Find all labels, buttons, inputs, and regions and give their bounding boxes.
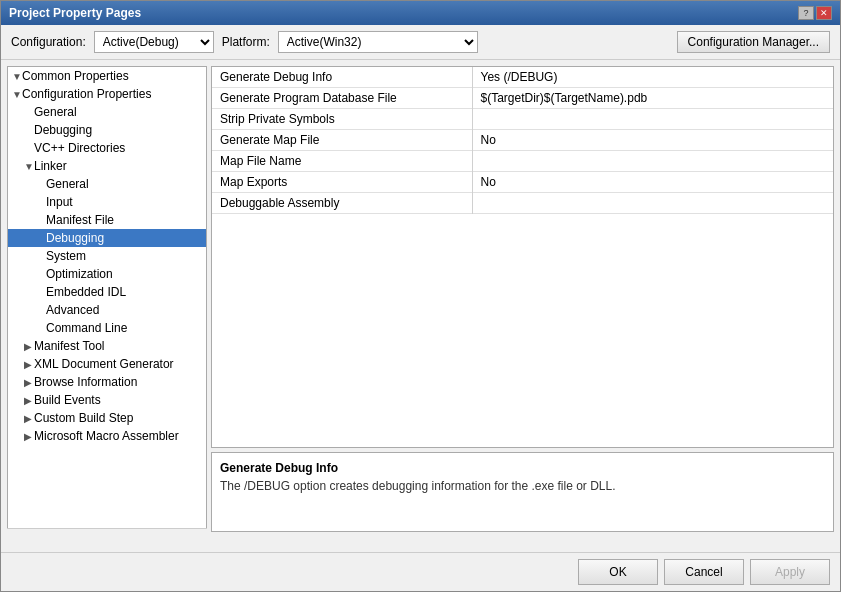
config-bar: Configuration: Active(Debug) Platform: A… (1, 25, 840, 60)
tree-item-general[interactable]: General (8, 103, 206, 121)
table-row[interactable]: Map ExportsNo (212, 172, 833, 193)
description-title: Generate Debug Info (220, 461, 825, 475)
tree-item-build-events[interactable]: ▶ Build Events (8, 391, 206, 409)
tree-label-manifest-tool: Manifest Tool (34, 339, 104, 353)
tree-item-debugging[interactable]: Debugging (8, 121, 206, 139)
tree-expand-linker: ▼ (24, 161, 34, 172)
tree-item-microsoft-macro-assembler[interactable]: ▶ Microsoft Macro Assembler (8, 427, 206, 445)
tree-label-linker-advanced: Advanced (46, 303, 99, 317)
prop-value (472, 151, 833, 172)
configuration-manager-button[interactable]: Configuration Manager... (677, 31, 830, 53)
project-property-pages-dialog: Project Property Pages ? ✕ Configuration… (0, 0, 841, 592)
table-row[interactable]: Debuggable Assembly (212, 193, 833, 214)
horizontal-scrollbar[interactable] (7, 528, 207, 542)
configuration-label: Configuration: (11, 35, 86, 49)
apply-button[interactable]: Apply (750, 559, 830, 585)
tree-label-linker: Linker (34, 159, 67, 173)
tree-label-debugging: Debugging (34, 123, 92, 137)
tree-label-custom-build-step: Custom Build Step (34, 411, 133, 425)
cancel-button[interactable]: Cancel (664, 559, 744, 585)
tree-label-linker-system: System (46, 249, 86, 263)
prop-value: No (472, 172, 833, 193)
table-row[interactable]: Strip Private Symbols (212, 109, 833, 130)
tree-item-linker-system[interactable]: System (8, 247, 206, 265)
tree-expand-microsoft-macro-assembler: ▶ (24, 431, 34, 442)
prop-value: $(TargetDir)$(TargetName).pdb (472, 88, 833, 109)
prop-value: No (472, 130, 833, 151)
prop-value: Yes (/DEBUG) (472, 67, 833, 88)
prop-name: Generate Program Database File (212, 88, 472, 109)
dialog-title: Project Property Pages (9, 6, 141, 20)
right-panel: Generate Debug InfoYes (/DEBUG)Generate … (211, 66, 834, 532)
tree-label-linker-input: Input (46, 195, 73, 209)
tree-label-vc-directories: VC++ Directories (34, 141, 125, 155)
tree-label-build-events: Build Events (34, 393, 101, 407)
title-bar: Project Property Pages ? ✕ (1, 1, 840, 25)
main-content: ▼ Common Properties▼ Configuration Prope… (1, 60, 840, 538)
prop-name: Generate Map File (212, 130, 472, 151)
help-button[interactable]: ? (798, 6, 814, 20)
tree-item-manifest-tool[interactable]: ▶ Manifest Tool (8, 337, 206, 355)
tree-label-general: General (34, 105, 77, 119)
configuration-select[interactable]: Active(Debug) (94, 31, 214, 53)
tree-expand-manifest-tool: ▶ (24, 341, 34, 352)
tree-expand-configuration-properties: ▼ (12, 89, 22, 100)
tree-item-xml-document-generator[interactable]: ▶ XML Document Generator (8, 355, 206, 373)
tree-label-browse-information: Browse Information (34, 375, 137, 389)
tree-item-linker-command-line[interactable]: Command Line (8, 319, 206, 337)
tree-item-linker-general[interactable]: General (8, 175, 206, 193)
tree-label-linker-manifest: Manifest File (46, 213, 114, 227)
table-row[interactable]: Map File Name (212, 151, 833, 172)
property-tree-panel: ▼ Common Properties▼ Configuration Prope… (7, 66, 207, 532)
prop-name: Generate Debug Info (212, 67, 472, 88)
title-bar-controls: ? ✕ (798, 6, 832, 20)
table-row[interactable]: Generate Map FileNo (212, 130, 833, 151)
tree-item-configuration-properties[interactable]: ▼ Configuration Properties (8, 85, 206, 103)
platform-label: Platform: (222, 35, 270, 49)
description-text: The /DEBUG option creates debugging info… (220, 479, 825, 493)
tree-label-linker-embedded-idl: Embedded IDL (46, 285, 126, 299)
tree-item-linker-manifest[interactable]: Manifest File (8, 211, 206, 229)
prop-name: Map File Name (212, 151, 472, 172)
tree-item-linker-input[interactable]: Input (8, 193, 206, 211)
tree-item-linker-optimization[interactable]: Optimization (8, 265, 206, 283)
footer: OK Cancel Apply (1, 552, 840, 591)
prop-value (472, 193, 833, 214)
tree-label-common-properties: Common Properties (22, 69, 129, 83)
property-table: Generate Debug InfoYes (/DEBUG)Generate … (212, 67, 833, 214)
tree-label-linker-command-line: Command Line (46, 321, 127, 335)
ok-button[interactable]: OK (578, 559, 658, 585)
tree-item-linker-debugging[interactable]: Debugging (8, 229, 206, 247)
tree-label-xml-document-generator: XML Document Generator (34, 357, 174, 371)
prop-value (472, 109, 833, 130)
tree-label-configuration-properties: Configuration Properties (22, 87, 151, 101)
tree-label-linker-general: General (46, 177, 89, 191)
prop-name: Strip Private Symbols (212, 109, 472, 130)
tree-label-linker-debugging: Debugging (46, 231, 104, 245)
table-row[interactable]: Generate Program Database File$(TargetDi… (212, 88, 833, 109)
tree-expand-custom-build-step: ▶ (24, 413, 34, 424)
table-row[interactable]: Generate Debug InfoYes (/DEBUG) (212, 67, 833, 88)
close-button[interactable]: ✕ (816, 6, 832, 20)
prop-name: Map Exports (212, 172, 472, 193)
tree-expand-xml-document-generator: ▶ (24, 359, 34, 370)
tree-item-common-properties[interactable]: ▼ Common Properties (8, 67, 206, 85)
tree-item-custom-build-step[interactable]: ▶ Custom Build Step (8, 409, 206, 427)
description-box: Generate Debug Info The /DEBUG option cr… (211, 452, 834, 532)
tree-expand-common-properties: ▼ (12, 71, 22, 82)
tree-expand-browse-information: ▶ (24, 377, 34, 388)
tree-item-vc-directories[interactable]: VC++ Directories (8, 139, 206, 157)
tree-item-linker-advanced[interactable]: Advanced (8, 301, 206, 319)
tree-item-linker[interactable]: ▼ Linker (8, 157, 206, 175)
prop-name: Debuggable Assembly (212, 193, 472, 214)
tree-label-linker-optimization: Optimization (46, 267, 113, 281)
tree-label-microsoft-macro-assembler: Microsoft Macro Assembler (34, 429, 179, 443)
property-grid: Generate Debug InfoYes (/DEBUG)Generate … (211, 66, 834, 448)
tree-expand-build-events: ▶ (24, 395, 34, 406)
tree-item-browse-information[interactable]: ▶ Browse Information (8, 373, 206, 391)
platform-select[interactable]: Active(Win32) (278, 31, 478, 53)
tree-item-linker-embedded-idl[interactable]: Embedded IDL (8, 283, 206, 301)
